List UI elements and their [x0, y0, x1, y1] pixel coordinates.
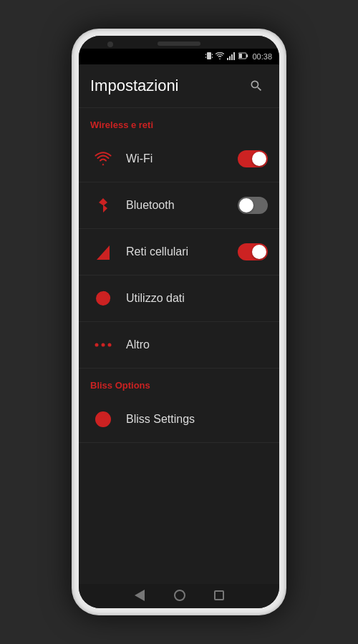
bluetooth-item[interactable]: Bluetooth	[79, 182, 279, 229]
phone-screen: 00:38 Impostazioni Wireless e reti	[79, 36, 279, 608]
bluetooth-toggle-switch[interactable]	[238, 197, 268, 214]
svg-point-16	[108, 343, 112, 347]
cellular-label: Reti cellulari	[126, 245, 238, 258]
svg-rect-0	[207, 52, 211, 59]
battery-icon	[238, 52, 248, 61]
other-label: Altro	[126, 338, 268, 351]
status-bar: 00:38	[79, 49, 279, 64]
cell-icon	[90, 239, 116, 265]
home-button[interactable]	[174, 590, 185, 601]
data-usage-label: Utilizzo dati	[126, 292, 268, 305]
svg-rect-2	[205, 57, 206, 58]
status-time: 00:38	[252, 52, 272, 61]
svg-rect-7	[231, 54, 233, 60]
cellular-item[interactable]: Reti cellulari	[79, 229, 279, 275]
more-icon	[90, 332, 116, 358]
svg-rect-6	[229, 56, 231, 60]
wifi-status-icon	[216, 52, 224, 61]
svg-point-18	[101, 417, 105, 421]
bliss-icon	[90, 406, 116, 432]
svg-rect-4	[212, 57, 213, 58]
bluetooth-toggle[interactable]	[238, 197, 268, 214]
svg-rect-10	[246, 54, 248, 57]
camera	[107, 42, 113, 47]
svg-rect-11	[239, 54, 242, 58]
bliss-settings-label: Bliss Settings	[126, 413, 268, 426]
status-icons	[205, 52, 248, 62]
settings-list: Wireless e reti Wi-Fi	[79, 108, 279, 584]
search-button[interactable]	[245, 74, 268, 97]
recents-button[interactable]	[214, 590, 224, 600]
phone-top-bar	[79, 36, 279, 49]
cellular-toggle-knob	[252, 245, 266, 259]
svg-point-15	[102, 343, 105, 347]
signal-icon	[227, 52, 236, 62]
wifi-toggle-knob	[252, 152, 266, 166]
wifi-item[interactable]: Wi-Fi	[79, 136, 279, 182]
svg-rect-8	[233, 52, 235, 60]
wifi-label: Wi-Fi	[126, 152, 238, 165]
bluetooth-toggle-knob	[239, 198, 253, 213]
bluetooth-label: Bluetooth	[126, 199, 238, 212]
section-header-wireless: Wireless e reti	[79, 108, 279, 136]
other-item[interactable]: Altro	[79, 322, 279, 369]
bliss-settings-item[interactable]: Bliss Settings	[79, 396, 279, 443]
cellular-toggle[interactable]	[238, 243, 268, 260]
phone-bottom-nav	[79, 584, 279, 608]
svg-rect-1	[205, 54, 206, 55]
phone-device: 00:38 Impostazioni Wireless e reti	[72, 29, 286, 615]
wifi-toggle-switch[interactable]	[238, 150, 268, 167]
section-header-bliss: Bliss Options	[79, 369, 279, 396]
app-bar-title: Impostazioni	[90, 77, 179, 95]
vibrate-icon	[205, 52, 213, 62]
svg-marker-12	[97, 245, 110, 260]
data-usage-icon	[90, 286, 116, 311]
back-button[interactable]	[135, 590, 145, 601]
screen-content: Impostazioni Wireless e reti	[79, 64, 279, 584]
svg-point-14	[95, 343, 99, 347]
svg-rect-5	[227, 58, 228, 60]
app-bar: Impostazioni	[79, 64, 279, 108]
wifi-toggle[interactable]	[238, 150, 268, 167]
cellular-toggle-switch[interactable]	[238, 243, 268, 260]
bluetooth-icon	[90, 192, 116, 218]
data-item[interactable]: Utilizzo dati	[79, 275, 279, 322]
wifi-icon	[90, 146, 116, 172]
speaker	[158, 42, 200, 46]
svg-rect-3	[212, 54, 213, 55]
